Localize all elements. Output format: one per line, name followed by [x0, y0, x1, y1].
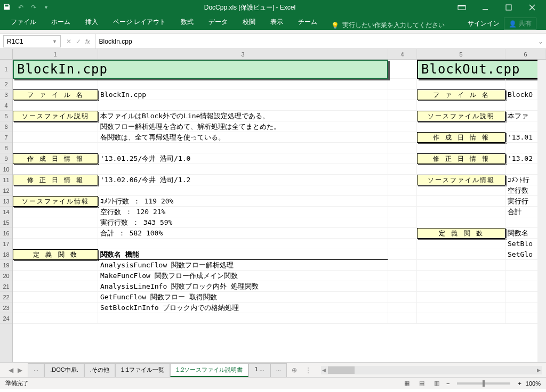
cell[interactable]	[98, 79, 388, 89]
cell[interactable]: SetBlockInInfo ブロック内での格納処理	[98, 303, 388, 313]
row-header[interactable]: 16	[0, 228, 12, 239]
maximize-icon[interactable]	[498, 1, 519, 14]
cell[interactable]	[388, 132, 417, 143]
cell[interactable]	[417, 143, 505, 153]
cell[interactable]: 実行行数 ： 343 59%	[98, 217, 388, 228]
tab-data[interactable]: データ	[202, 14, 234, 30]
page-break-view-icon[interactable]: ▥	[431, 379, 442, 388]
cell[interactable]: AnalysisFuncFlow 関数フロー解析処理	[98, 260, 388, 271]
cell[interactable]: '13.02.06/今井 浩司/1.2	[98, 175, 388, 185]
cell[interactable]	[417, 196, 505, 207]
cell[interactable]: 定 義 関 数	[417, 228, 505, 239]
redo-icon[interactable]: ↷	[31, 4, 36, 11]
cell[interactable]	[13, 143, 98, 153]
share-button[interactable]: 👤 共有	[504, 18, 536, 30]
row-header[interactable]: 6	[0, 121, 12, 132]
cell[interactable]	[417, 239, 505, 249]
row-header[interactable]: 19	[0, 260, 12, 271]
cell[interactable]	[388, 292, 417, 303]
cell[interactable]	[13, 217, 98, 228]
zoom-level[interactable]: 100%	[526, 380, 541, 387]
cell[interactable]	[417, 185, 505, 196]
row-header[interactable]: 10	[0, 164, 12, 175]
tab-review[interactable]: 校閲	[236, 14, 262, 30]
cell[interactable]	[417, 313, 505, 324]
cell[interactable]	[13, 239, 98, 249]
row-header[interactable]: 3	[0, 89, 12, 100]
cell[interactable]: BlockIn.cpp	[98, 89, 388, 100]
cell[interactable]	[388, 196, 417, 207]
cell[interactable]	[13, 132, 98, 143]
row-header[interactable]: 21	[0, 281, 12, 292]
cell[interactable]: 関数フロー解析処理を含めて、解析処理は全てまとめた。	[98, 121, 388, 132]
cell[interactable]: フ ァ イ ル 名	[417, 89, 505, 100]
cell[interactable]	[388, 303, 417, 313]
page-layout-view-icon[interactable]: ▤	[416, 379, 427, 388]
cell[interactable]: 空行数 ： 120 21%	[98, 207, 388, 217]
cell[interactable]	[417, 79, 505, 89]
cell[interactable]: GetFuncFlow 関数フロー 取得関数	[98, 292, 388, 303]
cell[interactable]	[417, 271, 505, 281]
tab-view[interactable]: 表示	[264, 14, 290, 30]
horizontal-scrollbar[interactable]: ◀ ▶	[321, 366, 542, 374]
sheet-nav-prev-icon[interactable]: ◀	[9, 366, 13, 374]
cell[interactable]	[13, 100, 98, 111]
cell[interactable]	[13, 185, 98, 196]
zoom-in-icon[interactable]: +	[518, 380, 521, 387]
row-header[interactable]: 22	[0, 292, 12, 303]
cell[interactable]: 作 成 日 情 報	[13, 153, 98, 164]
cell[interactable]	[417, 281, 505, 292]
cell[interactable]	[98, 143, 388, 153]
close-icon[interactable]	[521, 1, 543, 14]
save-icon[interactable]	[3, 3, 11, 12]
sheet-tab[interactable]: 1.1ファイル一覧	[115, 363, 170, 377]
signin-link[interactable]: サインイン	[468, 19, 500, 28]
cell[interactable]	[417, 292, 505, 303]
cell[interactable]	[98, 100, 388, 111]
cell[interactable]	[417, 217, 505, 228]
sheet-nav-next-icon[interactable]: ▶	[18, 366, 22, 374]
normal-view-icon[interactable]: ▦	[402, 379, 412, 388]
vertical-scrollbar[interactable]	[537, 60, 546, 362]
cell[interactable]	[388, 249, 417, 260]
row-header[interactable]: 20	[0, 271, 12, 281]
cell[interactable]	[388, 217, 417, 228]
cell[interactable]: 定 義 関 数	[13, 249, 98, 260]
name-box[interactable]: R1C1 ▼	[3, 35, 61, 47]
cells-area[interactable]: BlockIn.cppBlockOut.cppフ ァ イ ル 名BlockIn.…	[13, 60, 546, 324]
cell[interactable]	[417, 100, 505, 111]
cell[interactable]: ソースファイル情報	[417, 175, 505, 185]
cell[interactable]	[13, 260, 98, 271]
cell[interactable]	[388, 153, 417, 164]
cell[interactable]: 修 正 日 情 報	[417, 153, 505, 164]
sheet-tab[interactable]: ...	[270, 363, 287, 377]
cell[interactable]	[13, 281, 98, 292]
cell[interactable]	[388, 79, 417, 89]
cell[interactable]	[388, 121, 417, 132]
cell[interactable]: ソースファイル情報	[13, 196, 98, 207]
fx-icon[interactable]: fx	[85, 38, 90, 45]
cell[interactable]	[388, 143, 417, 153]
row-header[interactable]: 24	[0, 313, 12, 324]
cell[interactable]	[13, 313, 98, 324]
cell[interactable]: BlockIn.cpp	[13, 60, 388, 79]
chevron-down-icon[interactable]: ▼	[52, 39, 57, 44]
cell[interactable]	[388, 271, 417, 281]
sheet-tab[interactable]: .DOC中扉.	[44, 363, 84, 377]
tab-pagelayout[interactable]: ページ レイアウト	[107, 14, 172, 30]
tab-file[interactable]: ファイル	[4, 14, 43, 30]
cell[interactable]	[13, 292, 98, 303]
add-sheet-icon[interactable]: ⊕	[288, 366, 301, 374]
formula-input[interactable]: BlockIn.cpp	[95, 34, 535, 48]
cell[interactable]	[98, 185, 388, 196]
cell[interactable]: MakeFuncFlow 関数フロー作成メイン関数	[98, 271, 388, 281]
cancel-icon[interactable]: ✕	[66, 38, 71, 45]
enter-icon[interactable]: ✓	[76, 38, 81, 45]
cell[interactable]: BlockOut.cpp	[417, 60, 546, 79]
cell[interactable]: フ ァ イ ル 名	[13, 89, 98, 100]
row-header[interactable]: 5	[0, 111, 12, 121]
row-header[interactable]: 13	[0, 196, 12, 207]
cell[interactable]	[13, 164, 98, 175]
cell[interactable]	[417, 207, 505, 217]
cell[interactable]	[388, 207, 417, 217]
